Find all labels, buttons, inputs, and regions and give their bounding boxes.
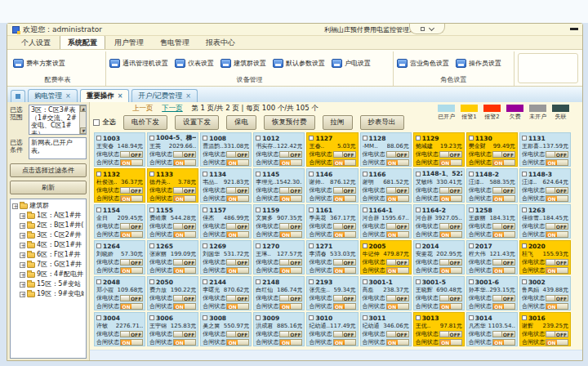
protect-toggle[interactable]: OFF xyxy=(386,151,409,158)
breaker-toggle[interactable]: ON xyxy=(226,339,249,346)
breaker-toggle[interactable]: ON xyxy=(546,159,568,166)
breaker-toggle[interactable]: ON xyxy=(546,339,568,346)
breaker-toggle[interactable]: ON xyxy=(226,267,249,274)
meter-card[interactable]: 3013 王优.. 97.81元 保电状态 xyxy=(413,312,465,346)
breaker-toggle[interactable]: ON xyxy=(173,195,196,202)
meter-card[interactable]: 1270 王琳.. 127.57元 保电状态 xyxy=(253,240,305,274)
meter-card[interactable]: 1159 文翼多 907.35元 保电状态 xyxy=(253,204,305,239)
meter-checkbox[interactable] xyxy=(256,279,261,284)
meter-checkbox[interactable] xyxy=(149,172,154,176)
meter-card[interactable]: 1004-5、梯一 王英 2029.66.. 保电状态 xyxy=(147,132,198,167)
meter-checkbox[interactable] xyxy=(203,172,207,176)
meter-checkbox[interactable] xyxy=(203,279,207,284)
meter-card[interactable]: 1157 佳杰 486.99元 保电状态 xyxy=(200,204,252,239)
breaker-toggle[interactable]: ON xyxy=(386,231,409,238)
protect-toggle[interactable]: OFF xyxy=(386,259,409,266)
meter-card[interactable]: 3006 王宇锦 125.83元 保电状态 xyxy=(147,312,198,346)
meter-card[interactable]: 1148-1、522 艾敏纬 330.41元 保电状态 xyxy=(413,168,465,203)
meter-checkbox[interactable] xyxy=(363,172,368,176)
ribbon-button[interactable]: 通讯管理机设置 xyxy=(109,59,168,68)
breaker-toggle[interactable]: ON xyxy=(439,339,462,346)
protect-toggle[interactable]: OFF xyxy=(226,151,249,158)
protect-toggle[interactable]: OFF xyxy=(386,187,409,194)
document-tab[interactable]: 重要操作 × xyxy=(80,89,130,102)
meter-card[interactable]: 1164-1 河合群 1595.67.. 保电状态 xyxy=(360,204,412,239)
close-tab-icon[interactable]: × xyxy=(185,93,191,100)
meter-card[interactable]: 1258 王媛丽 184.31元 保电状态 xyxy=(466,204,518,239)
meter-checkbox[interactable] xyxy=(363,208,368,212)
action-button[interactable]: 恢复预付费 xyxy=(264,115,315,130)
range-scrollbar[interactable]: ▲ ▼ xyxy=(79,105,86,134)
menu-item[interactable]: 个人设置 xyxy=(14,36,58,49)
breaker-toggle[interactable]: ON xyxy=(492,303,515,310)
meter-card[interactable]: 2017 程大伟 121.43元 保电状态 xyxy=(466,240,518,274)
meter-checkbox[interactable] xyxy=(469,279,474,284)
meter-checkbox[interactable] xyxy=(203,315,207,320)
breaker-toggle[interactable]: ON xyxy=(120,159,143,166)
meter-checkbox[interactable] xyxy=(203,243,207,248)
protect-toggle[interactable]: OFF xyxy=(173,259,196,266)
meter-checkbox[interactable] xyxy=(363,136,368,141)
expander-icon[interactable] xyxy=(12,203,18,209)
protect-toggle[interactable]: OFF xyxy=(492,223,515,230)
menu-item[interactable]: 系统配置 xyxy=(60,35,105,49)
meter-checkbox[interactable] xyxy=(469,208,474,212)
tree-item[interactable]: 4区：D区1#井（D区1… xyxy=(12,240,84,250)
protect-toggle[interactable]: OFF xyxy=(226,187,249,194)
breaker-toggle[interactable]: ON xyxy=(546,267,568,274)
breaker-toggle[interactable]: ON xyxy=(120,267,143,274)
breaker-toggle[interactable]: ON xyxy=(439,159,462,166)
protect-toggle[interactable]: OFF xyxy=(173,295,196,301)
protect-toggle[interactable]: OFF xyxy=(546,223,568,230)
document-tab[interactable]: 购电管理 × xyxy=(28,89,78,102)
meter-card[interactable]: 1146 谢帅.. 876.12元 保电状态 xyxy=(306,168,358,203)
tree-root[interactable]: 建筑群 xyxy=(12,201,84,211)
tree-item[interactable]: 7区：G区1#井 xyxy=(12,260,84,270)
protect-toggle[interactable]: OFF xyxy=(546,259,568,266)
menu-item[interactable]: 用户管理 xyxy=(107,36,151,49)
protect-toggle[interactable]: OFF xyxy=(279,151,302,158)
protect-toggle[interactable]: OFF xyxy=(492,331,515,337)
protect-toggle[interactable]: OFF xyxy=(120,259,143,266)
meter-checkbox[interactable] xyxy=(416,136,421,141)
meter-card[interactable]: 3014 凡杰华 1103.54.. 保电状态 xyxy=(466,312,518,346)
protect-toggle[interactable]: OFF xyxy=(120,331,143,337)
tree-item[interactable]: 15区：5#变站（3#变电… xyxy=(12,279,84,289)
expander-icon[interactable] xyxy=(20,292,25,297)
expander-icon[interactable] xyxy=(20,233,25,239)
protect-toggle[interactable]: OFF xyxy=(333,295,356,301)
meter-checkbox[interactable] xyxy=(256,315,261,320)
meter-card[interactable]: 2050 费力放 190.22元 保电状态 xyxy=(147,276,198,310)
selected-condition-box[interactable]: 新网表,已开户表, xyxy=(29,137,87,159)
welcome-tab[interactable] xyxy=(11,90,25,102)
meter-card[interactable]: 1130 樊金财 99.49元 保电状态 xyxy=(466,132,518,167)
meter-checkbox[interactable] xyxy=(469,315,474,320)
ribbon-button[interactable]: 建筑群设置 xyxy=(220,59,266,68)
ribbon-button[interactable]: 营业角色设置 xyxy=(397,59,449,68)
protect-toggle[interactable]: OFF xyxy=(333,259,356,266)
action-button[interactable]: 电价下发 xyxy=(123,115,167,130)
meter-checkbox[interactable] xyxy=(149,315,154,320)
expander-icon[interactable] xyxy=(20,223,25,229)
meter-checkbox[interactable] xyxy=(522,315,527,320)
breaker-toggle[interactable]: ON xyxy=(333,303,356,310)
meter-checkbox[interactable] xyxy=(203,208,207,212)
protect-toggle[interactable]: OFF xyxy=(120,223,143,230)
expander-icon[interactable] xyxy=(20,252,25,258)
meter-card[interactable]: 1145 李理光.. 1542.30.. 保电状态 xyxy=(253,168,305,203)
breaker-toggle[interactable]: ON xyxy=(386,267,409,274)
meter-checkbox[interactable] xyxy=(416,208,421,212)
meter-checkbox[interactable] xyxy=(522,172,527,176)
meter-card[interactable]: 2014 安雯花 202.95元 保电状态 xyxy=(413,240,465,274)
meter-card[interactable]: 3011 纪幼通 346.06元 保电状态 xyxy=(360,312,412,346)
close-tab-icon[interactable]: × xyxy=(65,93,71,100)
meter-card[interactable]: 1008 曹温韵.. 331.08元 保电状态 xyxy=(200,132,252,167)
protect-toggle[interactable]: OFF xyxy=(386,223,409,230)
meter-checkbox[interactable] xyxy=(149,243,154,248)
refresh-button[interactable]: 刷新 xyxy=(10,181,87,194)
meter-card[interactable]: 1155 费靖康 544.28元 保电状态 xyxy=(147,204,198,239)
meter-card[interactable]: 1148-2 汪泽.. 588.35元 保电状态 xyxy=(466,168,518,203)
breaker-toggle[interactable]: ON xyxy=(279,195,302,202)
breaker-toggle[interactable]: ON xyxy=(386,195,409,202)
breaker-toggle[interactable]: ON xyxy=(120,231,143,238)
